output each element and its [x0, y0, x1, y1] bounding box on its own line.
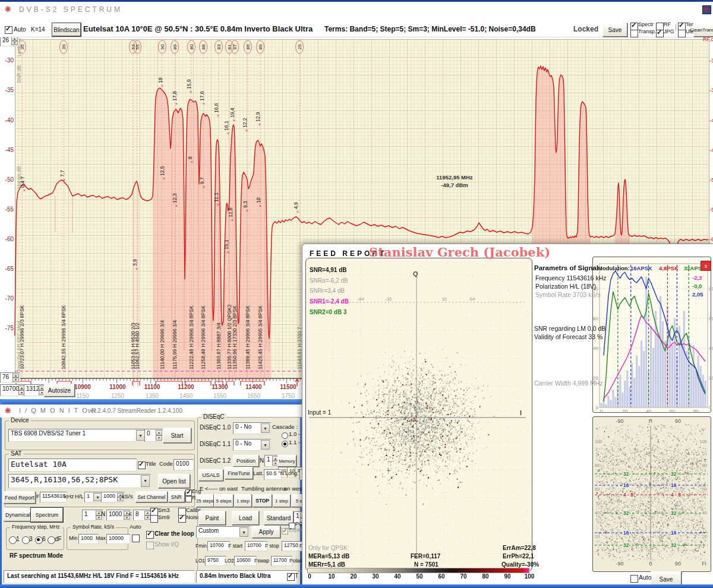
- terms-info: Terms: Band=5; Step=5; Sm=3; MinLevel= -…: [324, 26, 536, 33]
- quality-scale-number: 20: [348, 573, 359, 580]
- title-checkbox[interactable]: [138, 461, 146, 469]
- set-channel-button[interactable]: Set Channel: [135, 491, 168, 502]
- show-iq-checkbox[interactable]: [146, 542, 154, 549]
- expand-checkbox[interactable]: [282, 528, 288, 535]
- x-axis-label-mhz: 10900: [74, 384, 91, 390]
- auto-checkbox[interactable]: [5, 26, 12, 34]
- fmin-field[interactable]: 10700: [207, 541, 230, 551]
- frequency-field[interactable]: 11543616: [40, 492, 67, 502]
- q-axis-label: Q: [413, 270, 418, 277]
- noise-checkbox[interactable]: [178, 515, 186, 523]
- lnb-checkbox[interactable]: [287, 573, 295, 581]
- cascade11-radio[interactable]: [282, 441, 288, 447]
- cascade10-radio[interactable]: [282, 432, 288, 439]
- dynamical-button[interactable]: Dynamical: [4, 508, 32, 521]
- i-axis-label: I: [520, 409, 522, 416]
- save-button[interactable]: Save: [602, 23, 627, 37]
- y-axis-label: -60: [5, 236, 14, 242]
- step-1-right-button[interactable]: 1 step: [273, 494, 291, 507]
- jpg-label: JPG: [664, 29, 674, 35]
- fmin-spinner[interactable]: 10700▲▼: [0, 384, 26, 396]
- latt-label: Latt.: [253, 471, 264, 477]
- eng-checkbox[interactable]: [185, 489, 192, 496]
- lo1-field[interactable]: 9750: [205, 556, 226, 566]
- span-spinner[interactable]: 1312▲▼: [24, 384, 46, 396]
- diseqc10-select[interactable]: 0 - No▼: [233, 422, 271, 434]
- west-label: on west: [284, 486, 304, 492]
- mode-text: RF spectrum Mode: [10, 552, 63, 559]
- blindscan-button[interactable]: Blindscan: [52, 23, 81, 36]
- open-list-button[interactable]: Open list: [158, 474, 190, 488]
- spectrum-button[interactable]: Spectrum: [31, 508, 63, 522]
- ulean-checkbox[interactable]: [678, 30, 686, 37]
- usals-button[interactable]: USALS: [198, 469, 223, 481]
- device-select[interactable]: TBS 6908 DVBS/S2 Tuner 1▼: [8, 429, 146, 442]
- fstart-field[interactable]: 10700: [245, 541, 267, 551]
- y-axis-label-right: -30: [709, 58, 713, 64]
- loop3-spinner[interactable]: 8▲▼: [133, 510, 152, 521]
- f-label: F: [36, 494, 40, 500]
- lnb-cb-label: T: [295, 573, 298, 579]
- auto-sr-label: Auto: [130, 524, 141, 530]
- device-index-spinner[interactable]: 0▲▼: [144, 429, 163, 442]
- diseqc12-label: DiSEqC 1.2: [200, 457, 231, 464]
- auto-sr-checkbox[interactable]: [132, 535, 140, 542]
- max-field[interactable]: 10000: [106, 534, 130, 544]
- x-axis-label-if: 1550: [213, 393, 227, 399]
- loop2-spinner[interactable]: 1000▲▼: [106, 510, 131, 521]
- feed-report-button[interactable]: Feed Report: [4, 491, 36, 504]
- window-title: DVB-S2 SPECTRUM: [19, 6, 122, 14]
- cleantransp-button[interactable]: CleanTransp: [693, 23, 713, 37]
- mera-value: MERa=5,13 dB: [308, 553, 349, 559]
- transp-checkbox[interactable]: [630, 30, 638, 37]
- clear-loop-checkbox[interactable]: [146, 531, 154, 539]
- start-button[interactable]: Start: [163, 428, 191, 443]
- transponder-span-bracket: [226, 381, 234, 385]
- params-carrier-width: Carrier Width 4,999 MHz: [534, 380, 603, 387]
- lo2-field[interactable]: 10600: [234, 556, 257, 566]
- app-root: { "window": {"title": "DVB-S2 SPECTRUM"}…: [0, 0, 713, 588]
- y-axis-label: -30: [5, 57, 14, 64]
- close-icon[interactable]: x: [701, 261, 711, 271]
- steps-25-button[interactable]: 25 steps: [196, 494, 214, 507]
- loop1-spinner[interactable]: 1▲▼: [82, 510, 103, 521]
- k-label: K=14: [31, 26, 45, 33]
- memory-button[interactable]: Memory: [277, 455, 296, 467]
- titlebar[interactable]: ❋ DVB-S2 SPECTRUM: [0, 2, 713, 17]
- margin-spinner[interactable]: 76▲▼: [0, 372, 20, 383]
- khz-label: kHz: [64, 494, 74, 500]
- steps-5-button[interactable]: 5 steps: [214, 494, 234, 507]
- iq-window-top-edge[interactable]: [0, 399, 302, 404]
- paint-button[interactable]: Paint: [198, 511, 226, 525]
- load-button[interactable]: Load: [232, 511, 259, 525]
- transponder-select[interactable]: 3645,R,16130,56,S2;8PSK▼: [8, 474, 151, 488]
- polar-label: Polari: [289, 558, 302, 564]
- diseqc11-select[interactable]: 0 - No▼: [233, 439, 271, 451]
- quality-gradient-bar: [307, 568, 529, 573]
- sm9-checkbox[interactable]: [150, 515, 158, 523]
- autosize-button[interactable]: Autosize: [44, 384, 75, 397]
- snr2-line: SNR2=0 dB 3: [310, 309, 347, 315]
- position-button[interactable]: Position: [233, 455, 259, 467]
- x-axis-label-if: 1650: [247, 393, 261, 399]
- snr-button[interactable]: SNR: [168, 491, 185, 502]
- code-field[interactable]: 0100: [173, 459, 194, 470]
- jpg-checkbox[interactable]: [656, 30, 664, 37]
- custom-select[interactable]: Custom▼: [196, 526, 250, 538]
- iq-version: ver.2.4.0.7 StreamReader 1.2.4.100: [88, 407, 182, 414]
- current-transponder-arrow: [295, 379, 299, 386]
- sat-name-field[interactable]: Eutelsat 10A: [8, 459, 137, 472]
- apply-button[interactable]: Apply: [252, 526, 280, 538]
- feed-auto-checkbox[interactable]: [630, 575, 638, 583]
- stop-button[interactable]: STOP: [253, 494, 272, 507]
- constellation-scatter: [308, 261, 529, 566]
- app-icon: ❋: [5, 5, 11, 13]
- pol-label: H/L: [75, 494, 84, 500]
- iq-title: I / Q M O N I T O R: [19, 407, 97, 414]
- tray-icon[interactable]: [702, 5, 711, 14]
- finetune-button[interactable]: FineTune: [225, 467, 253, 479]
- step-1-left-button[interactable]: 1 step: [234, 494, 252, 507]
- rus-checkbox[interactable]: [185, 496, 192, 502]
- sr-spinner[interactable]: 1000▲▼: [101, 492, 125, 502]
- y-axis-label: -65: [5, 265, 14, 272]
